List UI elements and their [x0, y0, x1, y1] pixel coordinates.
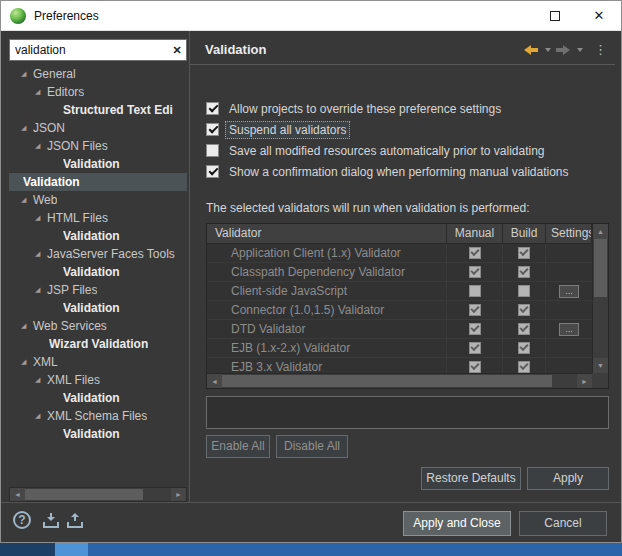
apply-and-close-button[interactable]: Apply and Close — [403, 511, 511, 536]
validator-row[interactable]: Connector (1.0,1.5) Validator — [207, 301, 592, 320]
scroll-right-icon[interactable]: ► — [577, 374, 592, 388]
tree-item[interactable]: Validation — [9, 227, 187, 245]
expander-icon[interactable]: ◢ — [35, 371, 47, 389]
manual-checkbox[interactable] — [469, 266, 481, 278]
manual-checkbox[interactable] — [469, 285, 481, 297]
enable-all-button[interactable]: Enable All — [206, 435, 270, 458]
checkbox[interactable] — [206, 144, 219, 157]
expander-icon[interactable]: ◢ — [35, 83, 47, 101]
tree-item[interactable]: ◢JSON Files — [9, 137, 187, 155]
build-cell[interactable] — [503, 358, 546, 373]
export-preferences-icon[interactable] — [67, 513, 83, 528]
tree-item[interactable]: ◢JSON — [9, 119, 187, 137]
expander-icon[interactable]: ◢ — [21, 191, 33, 209]
tree-item[interactable]: ◢Web — [9, 191, 187, 209]
tree-item[interactable]: ◢HTML Files — [9, 209, 187, 227]
scroll-track[interactable] — [25, 488, 171, 501]
build-cell[interactable] — [503, 282, 546, 300]
scroll-up-icon[interactable]: ▲ — [593, 224, 608, 239]
settings-button[interactable]: ... — [559, 285, 579, 298]
scroll-left-icon[interactable]: ◄ — [207, 374, 222, 388]
build-checkbox[interactable] — [518, 361, 530, 373]
expander-icon[interactable]: ◢ — [21, 317, 33, 335]
settings-button[interactable]: ... — [559, 323, 579, 336]
table-vertical-scrollbar[interactable]: ▲ ▼ — [592, 224, 608, 373]
manual-cell[interactable] — [447, 339, 503, 357]
manual-checkbox[interactable] — [469, 323, 481, 335]
tree-item[interactable]: ◢JavaServer Faces Tools — [9, 245, 187, 263]
back-icon[interactable] — [524, 45, 538, 55]
build-cell[interactable] — [503, 320, 546, 338]
tree-item[interactable]: Wizard Validation — [9, 335, 187, 353]
expander-icon[interactable]: ◢ — [35, 245, 47, 263]
help-icon[interactable]: ? — [13, 511, 31, 529]
manual-checkbox[interactable] — [469, 361, 481, 373]
tree-horizontal-scrollbar[interactable]: ◄ ► — [9, 487, 187, 502]
manual-checkbox[interactable] — [469, 342, 481, 354]
expander-icon[interactable]: ◢ — [35, 281, 47, 299]
validator-row[interactable]: EJB 3.x Validator — [207, 358, 592, 373]
expander-icon[interactable]: ◢ — [21, 119, 33, 137]
view-menu-icon[interactable]: ⋮ — [594, 43, 607, 57]
tree-item[interactable]: Validation — [9, 425, 187, 443]
scroll-thumb[interactable] — [25, 489, 143, 500]
cancel-button[interactable]: Cancel — [519, 511, 607, 536]
tree-item[interactable]: Validation — [9, 389, 187, 407]
maximize-button[interactable] — [533, 1, 577, 30]
back-dropdown-icon[interactable] — [545, 48, 551, 52]
tree-item[interactable]: Validation — [9, 155, 187, 173]
filter-search-box[interactable]: validation ✕ — [9, 39, 187, 61]
checkbox[interactable] — [206, 102, 219, 115]
validator-row[interactable]: DTD Validator... — [207, 320, 592, 339]
build-checkbox[interactable] — [518, 323, 530, 335]
build-checkbox[interactable] — [518, 247, 530, 259]
tree-item[interactable]: Validation — [9, 263, 187, 281]
scroll-left-icon[interactable]: ◄ — [10, 488, 25, 501]
build-cell[interactable] — [503, 301, 546, 319]
pref-checkbox-row[interactable]: Suspend all validators — [206, 119, 572, 140]
expander-icon[interactable]: ◢ — [21, 65, 33, 83]
validator-row[interactable]: Client-side JavaScript... — [207, 282, 592, 301]
checkbox[interactable] — [206, 123, 219, 136]
scroll-thumb[interactable] — [222, 375, 552, 387]
column-header-validator[interactable]: Validator — [207, 224, 447, 243]
tree-item[interactable]: ◢Web Services — [9, 317, 187, 335]
validator-row[interactable]: EJB (1.x-2.x) Validator — [207, 339, 592, 358]
manual-cell[interactable] — [447, 244, 503, 262]
disable-all-button[interactable]: Disable All — [276, 435, 348, 458]
build-checkbox[interactable] — [518, 285, 530, 297]
import-preferences-icon[interactable] — [43, 513, 59, 528]
scroll-right-icon[interactable]: ► — [171, 488, 186, 501]
column-header-build[interactable]: Build — [503, 224, 546, 243]
build-checkbox[interactable] — [518, 342, 530, 354]
tree-item[interactable]: Validation — [9, 299, 187, 317]
expander-icon[interactable]: ◢ — [35, 407, 47, 425]
validator-row[interactable]: Classpath Dependency Validator — [207, 263, 592, 282]
build-checkbox[interactable] — [518, 304, 530, 316]
manual-cell[interactable] — [447, 320, 503, 338]
build-cell[interactable] — [503, 263, 546, 281]
build-checkbox[interactable] — [518, 266, 530, 278]
scroll-thumb[interactable] — [594, 239, 607, 297]
forward-dropdown-icon[interactable] — [577, 48, 583, 52]
tree-item[interactable]: ◢XML Files — [9, 371, 187, 389]
expander-icon[interactable]: ◢ — [35, 137, 47, 155]
manual-cell[interactable] — [447, 358, 503, 373]
build-cell[interactable] — [503, 244, 546, 262]
tree-item[interactable]: ◢XML — [9, 353, 187, 371]
manual-cell[interactable] — [447, 301, 503, 319]
tree-item[interactable]: ◢Editors — [9, 83, 187, 101]
table-horizontal-scrollbar[interactable]: ◄ ► — [207, 373, 592, 388]
tree-item[interactable]: Validation — [9, 173, 187, 191]
expander-icon[interactable]: ◢ — [21, 353, 33, 371]
tree-item[interactable]: Structured Text Edi — [9, 101, 187, 119]
close-button[interactable]: ✕ — [577, 1, 621, 30]
build-cell[interactable] — [503, 339, 546, 357]
validator-row[interactable]: Application Client (1.x) Validator — [207, 244, 592, 263]
manual-cell[interactable] — [447, 263, 503, 281]
manual-checkbox[interactable] — [469, 304, 481, 316]
restore-defaults-button[interactable]: Restore Defaults — [421, 467, 521, 490]
forward-icon[interactable] — [556, 45, 570, 55]
column-header-settings[interactable]: Settings — [546, 224, 592, 243]
clear-search-icon[interactable]: ✕ — [168, 44, 186, 57]
